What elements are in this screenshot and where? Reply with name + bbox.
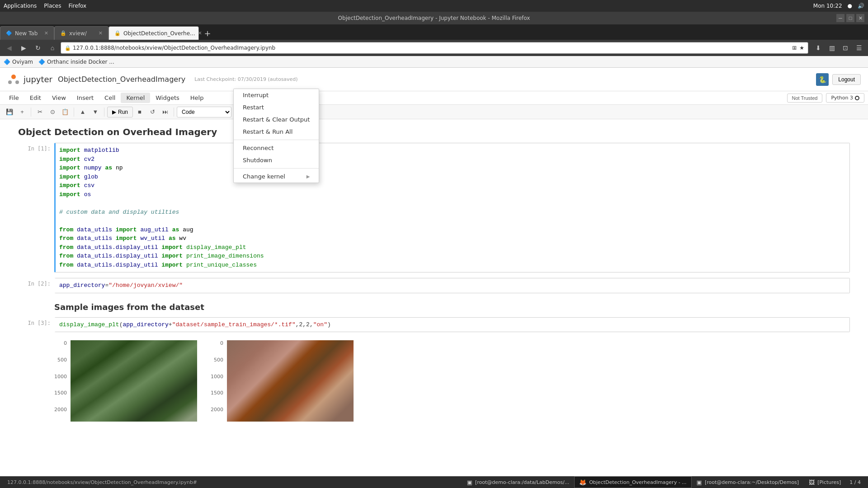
move-down-button[interactable]: ▼ — [90, 107, 101, 117]
cell-label-3: In [3]: — [18, 317, 54, 333]
kernel-restart-item[interactable]: Restart — [234, 101, 319, 113]
interrupt-button[interactable]: ■ — [134, 107, 146, 117]
synced-tabs-button[interactable]: ⊡ — [839, 42, 852, 54]
add-cell-button[interactable]: + — [16, 107, 28, 117]
downloads-button[interactable]: ⬇ — [812, 42, 825, 54]
taskbar-terminal-2[interactable]: ▣ [root@demo-clara:~/Desktop/Demos] — [692, 476, 804, 488]
applications-menu[interactable]: Applications — [4, 3, 37, 9]
menu-file[interactable]: File — [4, 93, 24, 103]
toolbar-separator-4 — [174, 108, 174, 117]
change-kernel-label: Change kernel — [243, 173, 285, 180]
tab-close-xview[interactable]: ✕ — [99, 30, 103, 36]
notebook-title[interactable]: ObjectDetection_OverheadImagery — [58, 75, 185, 84]
nav-bar: ◀ ▶ ↻ ⌂ 🔒 127.0.0.1:8888/notebooks/xview… — [0, 40, 868, 56]
window-controls[interactable]: ─ □ ✕ — [836, 14, 864, 22]
bookmark-favicon-orthanc: 🔷 — [38, 59, 45, 65]
cell-code-1[interactable]: import matplotlib import cv2 import nump… — [56, 143, 849, 272]
svg-point-1 — [8, 80, 12, 84]
cell-label-1: In [1]: — [18, 143, 54, 272]
system-time: Mon 10:22 — [813, 3, 842, 9]
firefox-menu[interactable]: Firefox — [68, 3, 86, 9]
jupyter-header: jupyter ObjectDetection_OverheadImagery … — [0, 68, 868, 91]
not-trusted-button[interactable]: Not Trusted — [787, 94, 823, 103]
kernel-restart-run-all-item[interactable]: Restart & Run All — [234, 126, 319, 138]
satellite-images-row: 0 500 1000 1500 2000 0 500 1000 1500 — [54, 336, 850, 426]
satellite-image-1-container: 0 500 1000 1500 2000 — [54, 340, 197, 422]
bookmark-orthanc[interactable]: 🔷 Orthanc inside Docker ... — [38, 59, 114, 65]
menu-cell[interactable]: Cell — [99, 93, 121, 103]
forward-button[interactable]: ▶ — [17, 42, 30, 54]
address-bar-icons: ⊞ ★ — [792, 45, 804, 51]
home-button[interactable]: ⌂ — [46, 42, 59, 54]
restart-button[interactable]: ↺ — [146, 107, 158, 117]
taskbar-browser[interactable]: 🦊 ObjectDetection_OverheadImagery - ... — [574, 476, 691, 488]
address-bar[interactable]: 🔒 127.0.0.1:8888/notebooks/xview/ObjectD… — [61, 42, 808, 54]
tab-bar: 🔷 New Tab ✕ 🔒 xview/ ✕ 🔒 ObjectDetection… — [0, 24, 868, 40]
cut-button[interactable]: ✂ — [34, 107, 46, 117]
reload-button[interactable]: ↻ — [32, 42, 44, 54]
kernel-reconnect-item[interactable]: Reconnect — [234, 142, 319, 154]
tab-new-tab[interactable]: 🔷 New Tab ✕ — [0, 26, 54, 40]
menu-right: Not Trusted Python 3 — [787, 93, 864, 103]
tab-close-button[interactable]: ✕ — [44, 30, 48, 36]
places-menu[interactable]: Places — [44, 3, 61, 9]
jupyter-container: jupyter ObjectDetection_OverheadImagery … — [0, 68, 868, 476]
move-up-button[interactable]: ▲ — [77, 107, 89, 117]
cell-wrapper-3: display_image_plt(app_directory+"dataset… — [54, 317, 850, 333]
reader-view-icon[interactable]: ⊞ — [792, 45, 797, 51]
menu-widgets[interactable]: Widgets — [150, 93, 185, 103]
tab-label-notebook: ObjectDetection_Overhe... — [123, 30, 195, 37]
tab-notebook[interactable]: 🔒 ObjectDetection_Overhe... ✕ — [108, 26, 199, 40]
menu-button[interactable]: ☰ — [853, 42, 865, 54]
sidebar-button[interactable]: ▥ — [826, 42, 838, 54]
minimize-button[interactable]: ─ — [836, 14, 844, 22]
cell-code-2[interactable]: app_directory="/home/jovyan/xview/" — [56, 278, 849, 293]
cell-wrapper-1: import matplotlib import cv2 import nump… — [54, 143, 850, 272]
kernel-interrupt-item[interactable]: Interrupt — [234, 89, 319, 101]
code-cell-3[interactable]: In [3]: display_image_plt(app_directory+… — [18, 317, 850, 333]
code-cell-1[interactable]: In [1]: import matplotlib import cv2 imp… — [18, 143, 850, 272]
logout-button[interactable]: Logout — [832, 74, 861, 85]
maximize-button[interactable]: □ — [846, 14, 854, 22]
bookmark-icon[interactable]: ★ — [799, 45, 804, 51]
kernel-change-kernel-item[interactable]: Change kernel ▶ — [234, 170, 319, 183]
kernel-shutdown-item[interactable]: Shutdown — [234, 154, 319, 166]
taskbar-pictures[interactable]: 🖼 [Pictures] — [804, 476, 846, 488]
toolbar-separator-1 — [31, 108, 31, 117]
toolbar-separator-2 — [74, 108, 74, 117]
copy-button[interactable]: ⊙ — [47, 107, 58, 117]
title-bar: ObjectDetection_OverheadImagery - Jupyte… — [0, 12, 868, 24]
menu-insert[interactable]: Insert — [71, 93, 99, 103]
back-button[interactable]: ◀ — [3, 42, 15, 54]
restart-run-button[interactable]: ⏭ — [159, 107, 171, 117]
volume-icon: 🔊 — [858, 3, 864, 9]
run-label: Run — [118, 109, 128, 115]
toolbar-separator-3 — [104, 108, 104, 117]
menu-help[interactable]: Help — [185, 93, 209, 103]
new-tab-button[interactable]: + — [201, 26, 214, 40]
menu-kernel[interactable]: Kernel — [121, 93, 150, 103]
close-button[interactable]: ✕ — [856, 14, 864, 22]
jupyter-logo: jupyter — [7, 73, 52, 86]
page-count: 1 / 4 — [846, 479, 864, 485]
menu-edit[interactable]: Edit — [24, 93, 47, 103]
paste-button[interactable]: 📋 — [59, 107, 71, 117]
notebook-main-heading: Object Detection on Overhead Imagery — [18, 119, 850, 141]
submenu-arrow-icon: ▶ — [307, 174, 310, 179]
bookmark-oviyam[interactable]: 🔷 Oviyam — [4, 59, 33, 65]
tab-favicon-xview: 🔒 — [60, 30, 66, 36]
menu-view[interactable]: View — [47, 93, 71, 103]
system-bar: Applications Places Firefox Mon 10:22 ● … — [0, 0, 868, 12]
bookmark-label-oviyam: Oviyam — [12, 59, 33, 65]
taskbar-terminal-1[interactable]: ▣ [root@demo-clara:/data/LabDemos/... — [462, 476, 574, 488]
save-button[interactable]: 💾 — [4, 107, 15, 117]
satellite-images-section: 0 500 1000 1500 2000 0 500 1000 1500 — [18, 336, 850, 426]
tab-xview[interactable]: 🔒 xview/ ✕ — [54, 26, 108, 40]
taskbar-label-browser: ObjectDetection_OverheadImagery - ... — [589, 479, 686, 485]
bookmark-favicon-oviyam: 🔷 — [4, 59, 10, 65]
run-button[interactable]: ▶ Run — [107, 107, 133, 117]
kernel-restart-clear-item[interactable]: Restart & Clear Output — [234, 113, 319, 126]
cell-code-3[interactable]: display_image_plt(app_directory+"dataset… — [56, 318, 849, 332]
cell-type-select[interactable]: Code Markdown Raw NBConvert Heading — [177, 107, 231, 117]
code-cell-2[interactable]: In [2]: app_directory="/home/jovyan/xvie… — [18, 278, 850, 293]
